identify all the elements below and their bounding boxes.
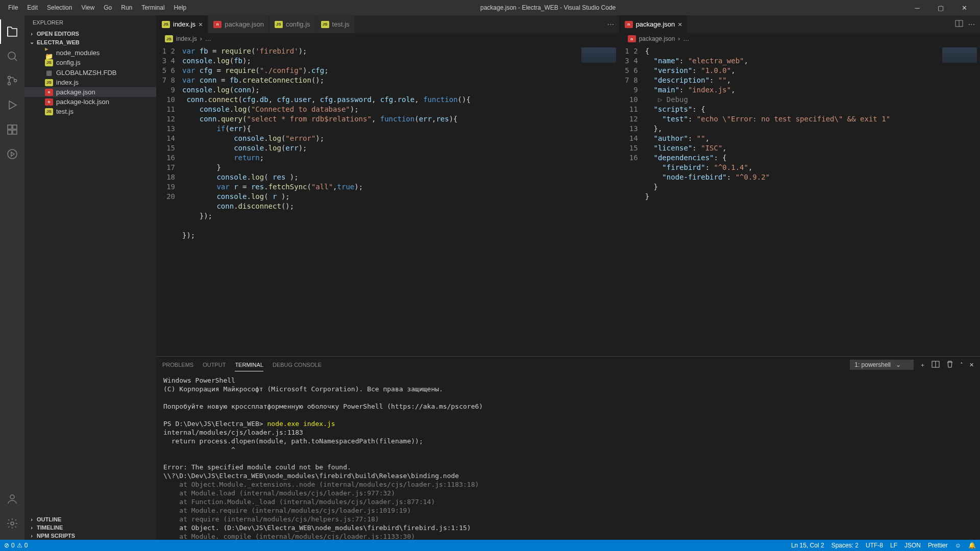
source-control-icon[interactable] — [0, 68, 24, 93]
status-errors[interactable]: ⊘ 0 ⚠ 0 — [4, 542, 28, 549]
close-button[interactable]: ✕ — [952, 0, 976, 15]
panel: PROBLEMSOUTPUTTERMINALDEBUG CONSOLE 1: p… — [156, 356, 980, 540]
status-formatter[interactable]: Prettier — [928, 542, 948, 549]
status-eol[interactable]: LF — [890, 542, 897, 549]
open-editors-header[interactable]: ›OPEN EDITORS — [24, 30, 156, 38]
svg-point-1 — [8, 77, 11, 79]
minimize-button[interactable]: ─ — [905, 0, 929, 15]
svg-point-2 — [8, 83, 11, 85]
js-icon: JS — [45, 59, 53, 66]
window-title: package.json - Electra_WEB - Visual Stud… — [190, 4, 905, 11]
folder-icon: ▸ 📁 — [45, 48, 53, 57]
terminal[interactable]: Windows PowerShell (C) Корпорация Майкро… — [156, 373, 980, 540]
explorer-icon[interactable] — [0, 19, 24, 44]
code-content[interactable]: var fb = require('firebird'); console.lo… — [182, 44, 578, 356]
gutter: 1 2 3 4 5 6 7 8 9 10 11 12 13 14 15 16 — [620, 44, 645, 356]
svg-point-9 — [10, 495, 14, 499]
file-package.json[interactable]: npackage.json — [24, 87, 156, 97]
chevron-right-icon: › — [29, 533, 35, 539]
run-debug-icon[interactable] — [0, 93, 24, 117]
npm-icon: n — [45, 89, 53, 96]
close-panel-icon[interactable]: ✕ — [969, 362, 974, 368]
breadcrumb-left[interactable]: JS index.js › … — [157, 33, 619, 44]
tab-package.json[interactable]: npackage.json× — [620, 15, 688, 33]
svg-rect-6 — [8, 130, 12, 134]
chevron-up-icon[interactable]: ˄ — [960, 362, 963, 368]
menu-help[interactable]: Help — [170, 2, 191, 13]
menu-run[interactable]: Run — [117, 2, 136, 13]
sidebar-title: EXPLORER — [24, 15, 156, 30]
chevron-right-icon: › — [29, 524, 35, 531]
svg-rect-7 — [13, 130, 17, 134]
tab-package.json[interactable]: npackage.json — [208, 15, 270, 33]
js-icon: JS — [45, 79, 53, 86]
split-icon[interactable] — [955, 19, 963, 29]
breadcrumb-right[interactable]: n package.json › … — [620, 33, 980, 44]
npm-scripts-header[interactable]: ›NPM SCRIPTS — [24, 532, 156, 540]
npm-icon: n — [625, 21, 633, 28]
file-index.js[interactable]: JSindex.js — [24, 78, 156, 87]
menu-file[interactable]: File — [4, 2, 22, 13]
editor-left[interactable]: 1 2 3 4 5 6 7 8 9 10 11 12 13 14 15 16 1… — [157, 44, 619, 356]
svg-point-0 — [8, 52, 15, 59]
db-icon: ▦ — [45, 68, 53, 77]
more-icon[interactable]: ⋯ — [968, 20, 975, 28]
editor-right[interactable]: 1 2 3 4 5 6 7 8 9 10 11 12 13 14 15 16 {… — [620, 44, 980, 356]
js-icon: JS — [165, 35, 173, 42]
search-icon[interactable] — [0, 44, 24, 68]
tab-test.js[interactable]: JStest.js — [316, 15, 355, 33]
tabs-left: JSindex.js×npackage.jsonJSconfig.jsJStes… — [157, 15, 619, 33]
menu-view[interactable]: View — [77, 2, 99, 13]
svg-point-10 — [11, 522, 14, 525]
status-ln-col[interactable]: Ln 15, Col 2 — [791, 542, 824, 549]
main-menu: FileEditSelectionViewGoRunTerminalHelp — [4, 2, 190, 13]
minimap[interactable] — [578, 44, 619, 356]
svg-point-3 — [14, 80, 17, 82]
panel-tab-terminal[interactable]: TERMINAL — [235, 359, 263, 371]
npm-icon: n — [45, 98, 53, 106]
menu-edit[interactable]: Edit — [23, 2, 42, 13]
status-spaces[interactable]: Spaces: 2 — [831, 542, 859, 549]
npm-icon: n — [628, 35, 636, 42]
panel-tab-debug-console[interactable]: DEBUG CONSOLE — [273, 359, 322, 371]
menu-selection[interactable]: Selection — [43, 2, 76, 13]
liveshare-icon[interactable] — [0, 142, 24, 166]
settings-gear-icon[interactable] — [0, 511, 24, 536]
trash-icon[interactable] — [946, 360, 954, 369]
file-tree: ▸ 📁node_modulesJSconfig.js▦GLOBALMZSH.FD… — [24, 46, 156, 117]
maximize-button[interactable]: ▢ — [929, 0, 952, 15]
file-test.js[interactable]: JStest.js — [24, 107, 156, 116]
statusbar: ⊘ 0 ⚠ 0 Ln 15, Col 2 Spaces: 2 UTF-8 LF … — [0, 540, 980, 551]
chevron-right-icon: › — [29, 31, 35, 37]
file-config.js[interactable]: JSconfig.js — [24, 58, 156, 67]
bell-icon[interactable]: 🔔 — [968, 542, 976, 549]
editor-group-right: npackage.json× ⋯ n package.json › … 1 2 … — [619, 15, 980, 356]
timeline-header[interactable]: ›TIMELINE — [24, 523, 156, 532]
close-icon[interactable]: × — [199, 20, 203, 29]
menu-terminal[interactable]: Terminal — [137, 2, 168, 13]
panel-tab-problems[interactable]: PROBLEMS — [162, 359, 193, 371]
minimap[interactable] — [939, 44, 980, 356]
code-content[interactable]: { "name": "electra_web", "version": "1.0… — [645, 44, 939, 356]
close-icon[interactable]: × — [678, 20, 682, 29]
tab-config.js[interactable]: JSconfig.js — [270, 15, 316, 33]
extensions-icon[interactable] — [0, 117, 24, 142]
split-terminal-icon[interactable] — [932, 360, 940, 369]
new-terminal-icon[interactable]: ＋ — [920, 361, 925, 369]
status-lang[interactable]: JSON — [904, 542, 921, 549]
feedback-icon[interactable]: ☺ — [955, 542, 961, 549]
accounts-icon[interactable] — [0, 487, 24, 511]
outline-header[interactable]: ›OUTLINE — [24, 515, 156, 523]
more-icon[interactable]: ⋯ — [607, 20, 614, 28]
project-header[interactable]: ⌄ELECTRA_WEB — [24, 38, 156, 46]
status-encoding[interactable]: UTF-8 — [866, 542, 883, 549]
editor-group-left: JSindex.js×npackage.jsonJSconfig.jsJStes… — [156, 15, 619, 356]
panel-tab-output[interactable]: OUTPUT — [203, 359, 226, 371]
terminal-selector[interactable]: 1: powershell ⌄ — [850, 360, 914, 370]
editor-area: JSindex.js×npackage.jsonJSconfig.jsJStes… — [156, 15, 980, 356]
file-package-lock.json[interactable]: npackage-lock.json — [24, 97, 156, 107]
file-GLOBALMZSH.FDB[interactable]: ▦GLOBALMZSH.FDB — [24, 67, 156, 78]
tab-index.js[interactable]: JSindex.js× — [157, 15, 208, 33]
menu-go[interactable]: Go — [100, 2, 116, 13]
file-node_modules[interactable]: ▸ 📁node_modules — [24, 47, 156, 58]
